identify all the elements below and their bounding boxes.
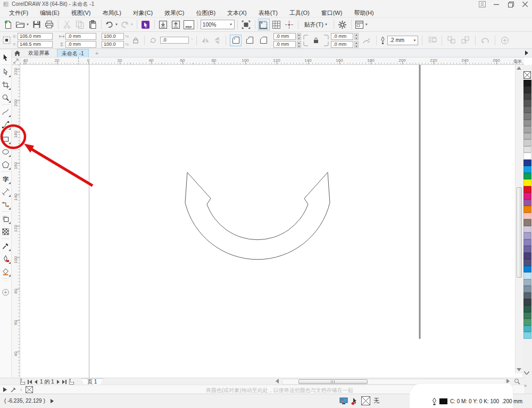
dimension-tool[interactable]	[0, 185, 11, 198]
palette-swatch-23[interactable]	[523, 232, 531, 239]
to-front-button[interactable]	[446, 35, 458, 46]
add-page-before-icon[interactable]	[20, 379, 25, 385]
corner-tr-down[interactable]	[354, 37, 359, 40]
corner-tl-down[interactable]	[297, 37, 301, 40]
cut-button[interactable]	[61, 19, 73, 30]
palette-swatch-25[interactable]	[523, 246, 531, 252]
mirror-horizontal-button[interactable]	[201, 36, 210, 45]
vertical-scrollbar[interactable]	[515, 65, 522, 373]
menu-item-0[interactable]: 文件(F)	[3, 9, 34, 18]
crop-tool[interactable]	[0, 78, 11, 91]
snap-to-button[interactable]: 贴齐(T)▼	[301, 19, 331, 30]
docpalette-eyedropper-icon[interactable]	[11, 387, 16, 393]
scale-x-field[interactable]: 100.0	[102, 33, 124, 40]
no-color-swatch[interactable]	[523, 71, 531, 79]
zoom-tool[interactable]	[0, 91, 11, 104]
horizontal-scroll-thumb[interactable]	[298, 379, 368, 384]
palette-swatch-13[interactable]	[523, 166, 531, 172]
drop-shadow-tool[interactable]	[0, 212, 11, 225]
scroll-up-icon[interactable]	[517, 66, 521, 70]
lock-ratio-button[interactable]	[131, 36, 140, 45]
rotation-angle-field[interactable]: .0	[160, 37, 189, 44]
minimize-button[interactable]	[493, 1, 500, 7]
tab-welcome-screen[interactable]: 欢迎屏幕	[24, 49, 54, 57]
menu-item-9[interactable]: 工具(O)	[284, 9, 315, 18]
palette-swatch-38[interactable]	[523, 332, 531, 338]
palette-swatch-34[interactable]	[523, 305, 531, 312]
menu-item-11[interactable]: 帮助(H)	[348, 9, 379, 18]
horizontal-ruler[interactable]: 毫米 4020020406080100120140160180200220240…	[20, 57, 524, 65]
palette-swatch-21[interactable]	[523, 219, 531, 226]
print-button[interactable]	[44, 19, 55, 30]
object-y-field[interactable]: 148.5 mm	[18, 41, 53, 48]
corner-radius-tl-field[interactable]: .0 mm	[273, 33, 296, 40]
palette-swatch-17[interactable]	[523, 193, 531, 199]
polygon-tool[interactable]	[0, 158, 11, 171]
zoom-level-select[interactable]: 100%▼	[201, 20, 235, 29]
coordinates-flyout-icon[interactable]	[51, 399, 54, 403]
relative-corner-scaling-button[interactable]	[361, 35, 372, 46]
palette-swatch-8[interactable]	[523, 133, 531, 139]
eyedropper-tool[interactable]	[0, 239, 11, 252]
tab-untitled-document[interactable]: 未命名 -1	[57, 49, 89, 57]
palette-swatch-27[interactable]	[523, 259, 531, 265]
transparency-tool[interactable]	[0, 225, 11, 238]
palette-scroll-down-icon[interactable]	[524, 371, 529, 374]
open-dropdown-icon[interactable]: ▼	[26, 23, 29, 26]
palette-swatch-0[interactable]	[523, 80, 531, 86]
palette-swatch-19[interactable]	[523, 206, 531, 212]
palette-swatch-4[interactable]	[523, 106, 531, 113]
undo-button[interactable]: ▼	[104, 19, 119, 30]
palette-swatch-29[interactable]	[523, 272, 531, 279]
scroll-left-icon[interactable]	[276, 379, 279, 384]
fill-status-swatch[interactable]	[361, 396, 370, 405]
home-icon[interactable]	[14, 50, 21, 56]
palette-swatch-10[interactable]	[523, 146, 531, 153]
object-height-field[interactable]: .0 mm	[65, 41, 96, 48]
docpalette-no-color-swatch[interactable]	[26, 386, 33, 393]
menu-item-4[interactable]: 对象(C)	[127, 9, 159, 18]
menu-item-6[interactable]: 位图(B)	[190, 9, 221, 18]
menu-item-10[interactable]: 窗口(W)	[315, 9, 348, 18]
paste-button[interactable]	[87, 19, 98, 30]
corner-radius-bl-field[interactable]: .0 mm	[273, 41, 296, 48]
new-document-button[interactable]	[2, 19, 14, 30]
palette-swatch-6[interactable]	[523, 120, 531, 126]
first-page-button[interactable]	[28, 380, 32, 384]
vertical-ruler[interactable]: 220200180160140120100806040	[12, 65, 20, 378]
connector-tool[interactable]	[0, 198, 11, 211]
undo-dropdown-icon[interactable]: ▼	[115, 23, 118, 26]
palette-swatch-31[interactable]	[523, 286, 531, 292]
outline-width-select[interactable]: .2 mm▼	[387, 36, 418, 45]
menu-item-7[interactable]: 文本(X)	[221, 9, 253, 18]
palette-swatch-7[interactable]	[523, 126, 531, 132]
outline-color-swatch[interactable]	[439, 398, 447, 404]
add-page-after-icon[interactable]	[69, 379, 74, 385]
palette-swatch-30[interactable]	[523, 279, 531, 286]
wrap-text-button[interactable]	[426, 35, 438, 46]
palette-swatch-26[interactable]	[523, 253, 531, 259]
corner-bl-down[interactable]	[297, 45, 301, 48]
redo-button[interactable]: ▼	[120, 19, 134, 30]
object-x-field[interactable]: 105.0 mm	[18, 33, 53, 40]
to-back-button[interactable]	[460, 35, 471, 46]
menu-item-3[interactable]: 布局(L)	[96, 9, 127, 18]
lock-corners-button[interactable]	[311, 36, 321, 45]
scalloped-corner-button[interactable]	[244, 35, 255, 46]
menu-item-1[interactable]: 编辑(E)	[34, 9, 65, 18]
navigator-zoom-icon[interactable]	[514, 378, 520, 385]
import-button[interactable]	[157, 19, 169, 30]
rectangle-tool[interactable]	[0, 132, 11, 145]
tab-scroll-right-icon[interactable]	[525, 51, 529, 55]
redo-dropdown-icon[interactable]: ▼	[130, 23, 134, 26]
shape-tool[interactable]	[0, 65, 11, 78]
palette-swatch-5[interactable]	[523, 113, 531, 119]
chamfered-corner-button[interactable]	[257, 35, 269, 46]
scroll-right-icon[interactable]	[506, 379, 510, 384]
palette-swatch-35[interactable]	[523, 312, 531, 319]
previous-page-button[interactable]	[35, 380, 37, 384]
freehand-tool[interactable]	[0, 105, 11, 118]
add-properties-button[interactable]	[499, 35, 511, 46]
copy-button[interactable]	[74, 19, 86, 30]
palette-swatch-14[interactable]	[523, 173, 531, 179]
